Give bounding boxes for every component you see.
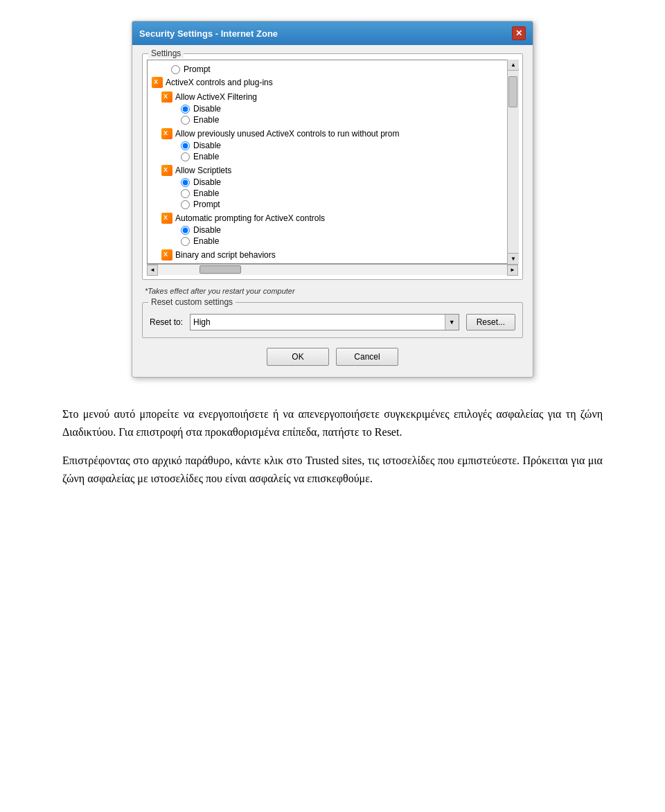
settings-group-label: Settings (148, 48, 184, 58)
ok-button[interactable]: OK (267, 348, 329, 366)
reset-button[interactable]: Reset... (466, 314, 515, 330)
scriptlets-enable-radio[interactable] (181, 189, 190, 198)
auto-prompt-icon (161, 213, 172, 224)
greek-text-section: Στο μενού αυτό μπορείτε να ενεργοποιήσετ… (55, 405, 610, 498)
auto-prompt-enable-label: Enable (193, 236, 219, 246)
list-content: Prompt ActiveX controls and plug-ins All… (148, 60, 517, 264)
scriptlets-disable-radio[interactable] (181, 178, 190, 187)
list-item: Enable (181, 152, 513, 161)
activex-header-label: ActiveX controls and plug-ins (166, 78, 273, 87)
unused-disable-radio[interactable] (181, 141, 190, 150)
binary-icon (161, 249, 172, 261)
horizontal-scrollbar[interactable]: ◄ ► (147, 264, 518, 275)
reset-group: Reset custom settings Reset to: High Med… (142, 302, 523, 338)
reset-select-wrapper: High Medium-high Medium Medium-low Low ▼ (190, 314, 459, 330)
list-item: Enable (181, 188, 513, 198)
scroll-thumb[interactable] (508, 76, 517, 107)
scriptlets-prompt-radio[interactable] (181, 200, 190, 209)
takes-effect-note: *Takes effect after you restart your com… (145, 287, 520, 295)
filtering-icon (161, 91, 172, 103)
allow-activex-filtering-header: Allow ActiveX Filtering (161, 91, 513, 103)
cancel-button[interactable]: Cancel (336, 348, 398, 366)
hscroll-track[interactable] (158, 265, 507, 275)
dialog-titlebar: Security Settings - Internet Zone ✕ (132, 21, 533, 45)
scriptlets-disable-label: Disable (193, 177, 221, 187)
hscroll-thumb[interactable] (200, 265, 241, 274)
dialog-title: Security Settings - Internet Zone (139, 28, 512, 39)
prompt-label-top: Prompt (184, 64, 211, 74)
auto-prompt-header: Automatic prompting for ActiveX controls (161, 213, 513, 224)
filtering-disable-label: Disable (193, 104, 221, 114)
list-item: Disable (181, 104, 513, 114)
vertical-scrollbar[interactable]: ▲ ▼ (507, 60, 518, 264)
unused-enable-radio[interactable] (181, 152, 190, 161)
security-settings-dialog: Security Settings - Internet Zone ✕ Sett… (132, 21, 533, 378)
list-item: Disable (181, 177, 513, 187)
unused-enable-label: Enable (193, 152, 219, 161)
scroll-track[interactable] (508, 71, 519, 253)
greek-paragraph-1: Στο μενού αυτό μπορείτε να ενεργοποιήσετ… (62, 405, 603, 441)
greek-paragraph-2: Επιστρέφοντας στο αρχικό παράθυρο, κάντε… (62, 452, 603, 487)
close-button[interactable]: ✕ (512, 26, 526, 40)
auto-prompt-disable-radio[interactable] (181, 226, 190, 235)
list-item: Enable (181, 115, 513, 125)
unused-disable-label: Disable (193, 141, 221, 150)
scriptlets-label: Allow Scriptlets (175, 166, 231, 175)
list-item: Enable (181, 236, 513, 246)
filtering-label: Allow ActiveX Filtering (175, 92, 257, 102)
activex-icon (152, 77, 163, 88)
filtering-disable-radio[interactable] (181, 105, 190, 114)
filtering-enable-label: Enable (193, 115, 219, 125)
activex-header: ActiveX controls and plug-ins (152, 77, 513, 88)
dialog-body: Settings Prompt (132, 45, 533, 377)
settings-group: Settings Prompt (142, 53, 523, 280)
unused-label: Allow previously unused ActiveX controls… (175, 129, 400, 139)
scroll-down-button[interactable]: ▼ (508, 253, 519, 264)
scriptlets-enable-label: Enable (193, 188, 219, 198)
scroll-left-button[interactable]: ◄ (147, 265, 158, 276)
reset-row: Reset to: High Medium-high Medium Medium… (150, 314, 515, 330)
auto-prompt-enable-radio[interactable] (181, 237, 190, 246)
unused-activex-header: Allow previously unused ActiveX controls… (161, 128, 513, 139)
scriptlets-header: Allow Scriptlets (161, 165, 513, 176)
dialog-footer: OK Cancel (142, 348, 523, 366)
reset-to-label: Reset to: (150, 317, 183, 327)
binary-header: Binary and script behaviors (161, 249, 513, 261)
auto-prompt-label: Automatic prompting for ActiveX controls (175, 213, 325, 223)
reset-select[interactable]: High Medium-high Medium Medium-low Low (190, 314, 459, 330)
list-item: Prompt (181, 200, 513, 209)
settings-list[interactable]: Prompt ActiveX controls and plug-ins All… (147, 60, 518, 264)
list-item: Disable (181, 225, 513, 235)
filtering-enable-radio[interactable] (181, 116, 190, 125)
binary-label: Binary and script behaviors (175, 250, 276, 260)
list-item: Disable (181, 141, 513, 150)
reset-group-label: Reset custom settings (148, 297, 236, 307)
unused-icon (161, 128, 172, 139)
prompt-radio-top[interactable] (171, 65, 180, 74)
scroll-right-button[interactable]: ► (507, 265, 518, 276)
auto-prompt-disable-label: Disable (193, 225, 221, 235)
scroll-up-button[interactable]: ▲ (508, 60, 519, 71)
settings-list-container: Prompt ActiveX controls and plug-ins All… (147, 60, 518, 264)
list-item: Prompt (171, 64, 513, 74)
scriptlets-icon (161, 165, 172, 176)
scriptlets-prompt-label: Prompt (193, 200, 220, 209)
